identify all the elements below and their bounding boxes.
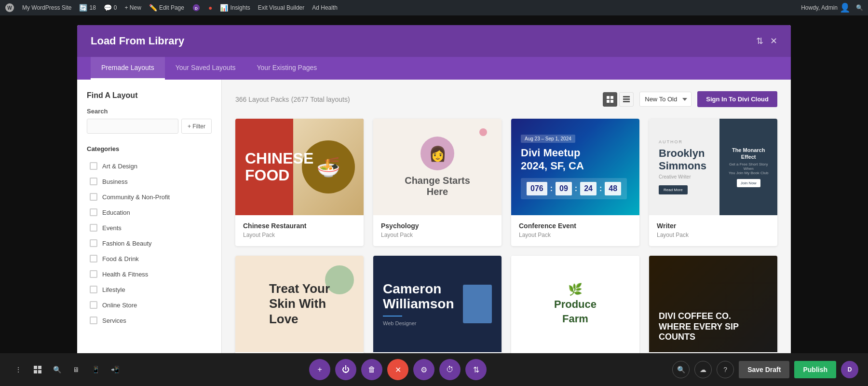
category-label-health-fitness: Health & Fitness: [102, 271, 148, 278]
svg-rect-4: [607, 96, 610, 99]
category-business[interactable]: Business: [87, 174, 212, 189]
category-online-store[interactable]: Online Store: [87, 297, 212, 313]
search-icon[interactable]: 🔍: [856, 4, 863, 11]
settings-button[interactable]: ⚙: [413, 359, 434, 380]
modal-settings-icon[interactable]: ⇅: [756, 36, 763, 46]
category-checkbox-online-store[interactable]: [90, 301, 97, 309]
layout-card-writer[interactable]: Author BrooklynSimmons Creative Writer R…: [649, 119, 777, 246]
toolbar-search-button[interactable]: 🔍: [48, 361, 66, 378]
search-row: + Filter: [87, 119, 212, 134]
history-button[interactable]: ⏱: [439, 359, 461, 380]
category-food-drink[interactable]: Food & Drink: [87, 251, 212, 266]
search-label: Search: [87, 108, 212, 115]
modal-close-icon[interactable]: ✕: [770, 36, 777, 46]
category-health-fitness[interactable]: Health & Fitness: [87, 266, 212, 282]
grid-view-button[interactable]: [603, 92, 617, 107]
category-services[interactable]: Services: [87, 313, 212, 328]
toolbar-center: + ⏻ 🗑 ✕ ⚙ ⏱ ⇅: [123, 359, 672, 380]
category-checkbox-lifestyle[interactable]: [90, 286, 97, 293]
move-button[interactable]: ⇅: [465, 359, 487, 380]
layout-card-conference-event[interactable]: Aug 23 – Sep 1, 2024 Divi Meetup2024, SF…: [511, 119, 639, 246]
category-lifestyle[interactable]: Lifestyle: [87, 282, 212, 297]
category-checkbox-art-design[interactable]: [90, 162, 97, 170]
card-type-conference-event: Layout Pack: [519, 232, 632, 238]
list-view-button[interactable]: [619, 92, 634, 107]
divi-logo-button[interactable]: D: [841, 361, 858, 378]
wp-logo[interactable]: W: [5, 3, 14, 13]
card-image-skincare: Treat YourSkin WithLove: [235, 256, 364, 352]
toolbar-menu-button[interactable]: ⋮: [10, 361, 27, 378]
divi-icon[interactable]: D: [192, 3, 201, 12]
category-checkbox-events[interactable]: [90, 224, 97, 232]
card-type-chinese-restaurant: Layout Pack: [243, 232, 356, 238]
publish-button[interactable]: Publish: [794, 361, 836, 378]
category-fashion-beauty[interactable]: Fashion & Beauty: [87, 235, 212, 251]
svg-rect-10: [623, 101, 630, 102]
card-info-conference-event: Conference Event Layout Pack: [511, 215, 639, 246]
header-controls: New To Old Old To New A to Z Z to A Sign…: [603, 91, 777, 107]
category-education[interactable]: Education: [87, 205, 212, 220]
power-button[interactable]: ⏻: [335, 359, 356, 380]
category-checkbox-food-drink[interactable]: [90, 255, 97, 262]
card-image-produce-farm: 🌿 Produce Farm: [511, 256, 639, 352]
updates-count[interactable]: 🔄 18: [79, 4, 95, 12]
toolbar-grid-button[interactable]: [29, 361, 46, 378]
add-section-button[interactable]: +: [309, 359, 330, 380]
category-label-lifestyle: Lifestyle: [102, 286, 125, 293]
card-type-psychology: Layout Pack: [381, 232, 494, 238]
record-icon[interactable]: ●: [208, 4, 212, 12]
category-label-education: Education: [102, 209, 130, 216]
tab-existing-pages[interactable]: Your Existing Pages: [246, 57, 328, 80]
category-art-design[interactable]: Art & Design: [87, 158, 212, 174]
category-label-services: Services: [102, 317, 126, 324]
content-header: 366 Layout Packs (2677 Total layouts): [235, 91, 777, 107]
tab-premade-layouts[interactable]: Premade Layouts: [91, 57, 165, 80]
toolbar-left: ⋮ 🔍 🖥 📱 📲: [10, 361, 123, 378]
svg-text:W: W: [7, 5, 12, 11]
sort-select[interactable]: New To Old Old To New A to Z Z to A: [639, 92, 692, 107]
toolbar-mobile-button[interactable]: 📲: [106, 361, 123, 378]
exit-builder-button[interactable]: Exit Visual Builder: [258, 4, 305, 11]
category-checkbox-health-fitness[interactable]: [90, 270, 97, 278]
toolbar-desktop-button[interactable]: 🖥: [68, 361, 85, 378]
cloud-icon[interactable]: ☁: [694, 361, 712, 378]
toolbar-tablet-button[interactable]: 📱: [87, 361, 104, 378]
sidebar: Find A Layout Search + Filter Categories…: [77, 80, 222, 377]
main-content: 366 Layout Packs (2677 Total layouts): [222, 80, 791, 377]
admin-bar: W My WordPress Site 🔄 18 💬 0 + New ✏️ Ed…: [0, 0, 868, 15]
layout-card-chinese-restaurant[interactable]: ChineseFood 🍜 Chinese Restaurant Layout …: [235, 119, 364, 246]
close-button[interactable]: ✕: [387, 359, 408, 380]
insights-button[interactable]: 📊 Insights: [220, 4, 250, 12]
category-events[interactable]: Events: [87, 220, 212, 235]
search-input[interactable]: [87, 119, 178, 134]
svg-rect-11: [34, 366, 37, 369]
delete-button[interactable]: 🗑: [361, 359, 382, 380]
modal-header-icons: ⇅ ✕: [756, 36, 777, 46]
modal-body: Find A Layout Search + Filter Categories…: [77, 80, 791, 377]
layout-card-psychology[interactable]: 👩 Change StartsHere Psychology Layout Pa…: [373, 119, 502, 246]
sign-in-divi-cloud-button[interactable]: Sign In To Divi Cloud: [697, 91, 777, 107]
modal-tabs: Premade Layouts Your Saved Layouts Your …: [77, 57, 791, 80]
new-button[interactable]: + New: [125, 4, 141, 11]
category-label-online-store: Online Store: [102, 302, 137, 309]
site-name[interactable]: My WordPress Site: [22, 4, 71, 11]
tab-saved-layouts[interactable]: Your Saved Layouts: [165, 57, 246, 80]
help-icon[interactable]: ?: [717, 361, 734, 378]
category-checkbox-services[interactable]: [90, 317, 97, 324]
howdy-user[interactable]: Howdy, Admin 👤: [801, 2, 850, 13]
svg-rect-5: [610, 96, 613, 99]
filter-button[interactable]: + Filter: [181, 119, 212, 134]
category-checkbox-education[interactable]: [90, 208, 97, 216]
search-icon[interactable]: 🔍: [672, 361, 690, 378]
edit-page-button[interactable]: ✏️ Edit Page: [149, 4, 184, 12]
category-community[interactable]: Community & Non-Profit: [87, 189, 212, 205]
save-draft-button[interactable]: Save Draft: [739, 361, 789, 378]
category-checkbox-fashion-beauty[interactable]: [90, 239, 97, 247]
ad-health-button[interactable]: Ad Health: [312, 4, 338, 11]
card-info-writer: Writer Layout Pack: [649, 215, 777, 246]
category-checkbox-community[interactable]: [90, 193, 97, 201]
modal-header: Load From Library ⇅ ✕: [77, 25, 791, 57]
card-name-chinese-restaurant: Chinese Restaurant: [243, 222, 356, 230]
category-checkbox-business[interactable]: [90, 178, 97, 185]
comments-count[interactable]: 💬 0: [104, 4, 117, 12]
